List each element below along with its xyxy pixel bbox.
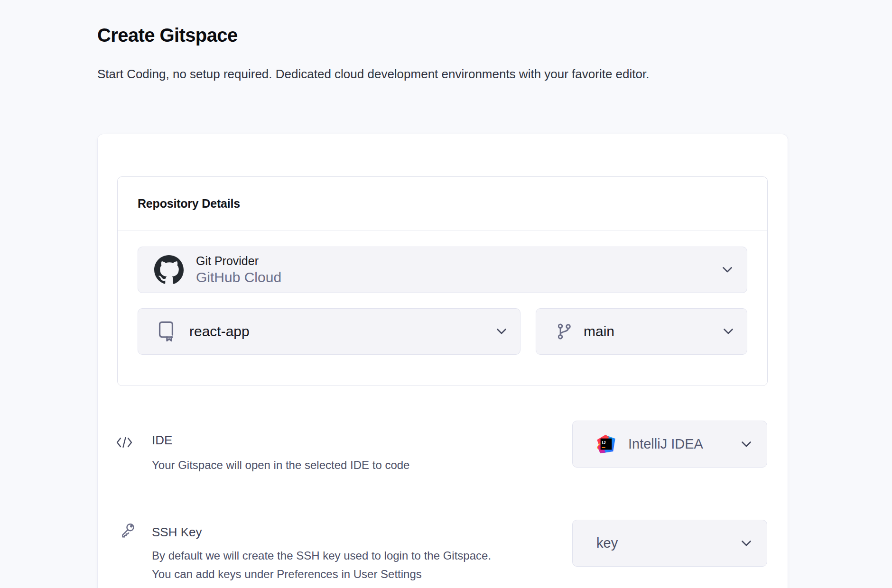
ssh-key-select[interactable]: key [572, 520, 767, 567]
ssh-key-description: By default we will create the SSH key us… [152, 546, 512, 583]
repo-branch-row: react-app main [138, 308, 747, 355]
repository-select[interactable]: react-app [138, 308, 520, 355]
ssh-key-value: key [596, 535, 618, 551]
repository-details-card: Repository Details Git Provider GitHub C… [117, 176, 768, 386]
ide-select[interactable]: IJ IntelliJ IDEA [572, 421, 767, 468]
chevron-down-icon [722, 266, 733, 273]
git-provider-value: GitHub Cloud [196, 268, 281, 286]
intellij-idea-icon: IJ [596, 434, 616, 454]
git-provider-select[interactable]: Git Provider GitHub Cloud [138, 247, 747, 293]
git-branch-icon [555, 321, 573, 342]
ide-label: IDE [152, 432, 172, 448]
branch-select[interactable]: main [536, 308, 747, 355]
github-icon [154, 255, 184, 285]
repository-value: react-app [189, 323, 250, 340]
chevron-down-icon [741, 540, 752, 547]
page-title: Create Gitspace [97, 24, 238, 46]
svg-text:IJ: IJ [602, 440, 606, 445]
code-icon [116, 437, 133, 448]
ide-value: IntelliJ IDEA [628, 436, 703, 452]
create-gitspace-page: Create Gitspace Start Coding, no setup r… [0, 0, 892, 588]
page-subtitle: Start Coding, no setup required. Dedicat… [97, 64, 724, 84]
chevron-down-icon [741, 441, 752, 448]
git-provider-text: Git Provider GitHub Cloud [196, 253, 281, 286]
key-icon [118, 521, 137, 541]
ssh-key-label: SSH Key [152, 524, 202, 540]
repository-details-heading: Repository Details [138, 197, 240, 211]
ide-description: Your Gitspace will open in the selected … [152, 456, 579, 474]
repository-icon [155, 320, 177, 343]
git-provider-label: Git Provider [196, 253, 281, 268]
chevron-down-icon [496, 328, 507, 335]
repository-details-header: Repository Details [118, 177, 767, 230]
branch-value: main [584, 323, 614, 340]
chevron-down-icon [723, 328, 734, 335]
repository-details-body: Git Provider GitHub Cloud react-app [118, 230, 767, 355]
